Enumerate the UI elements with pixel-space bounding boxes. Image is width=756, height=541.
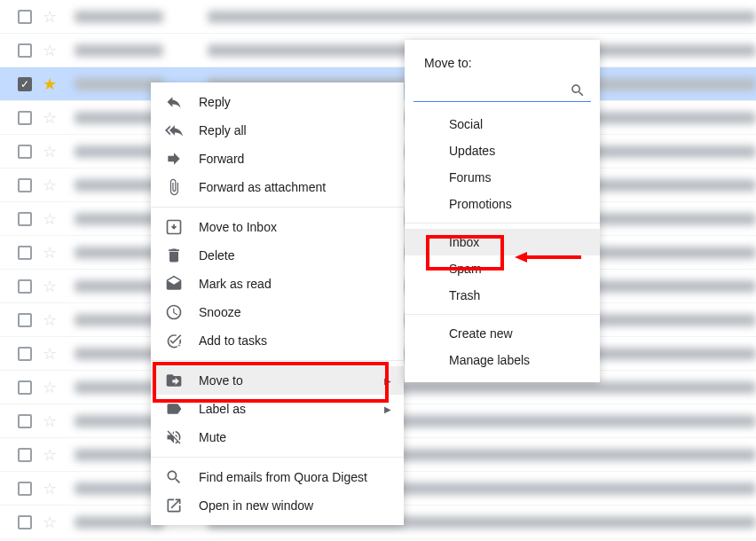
move-item-trash[interactable]: Trash [405,282,600,309]
chevron-right-icon: ▶ [384,376,391,386]
move-to-inbox-icon [165,218,183,236]
move-item-updates[interactable]: Updates [405,137,600,164]
mute-icon [165,428,183,446]
search-icon [165,468,183,486]
sender-text [75,247,163,259]
row-checkbox[interactable] [18,448,32,462]
sender-text [75,145,163,158]
star-icon[interactable]: ☆ [41,244,59,262]
row-checkbox[interactable] [18,482,32,496]
row-checkbox[interactable] [18,515,32,529]
move-item-manage-labels[interactable]: Manage labels [405,347,600,373]
star-icon[interactable]: ☆ [41,8,59,26]
delete-label: Delete [199,248,390,263]
sender-text [75,213,163,225]
add-to-tasks-icon: + [165,332,183,349]
row-checkbox[interactable] [18,145,32,159]
move-item-forums[interactable]: Forums [405,164,600,191]
star-icon[interactable]: ☆ [41,278,59,295]
reply-all-label: Reply all [199,123,390,137]
sender-text [75,44,163,57]
star-icon[interactable]: ☆ [41,176,59,194]
move-item-social[interactable]: Social [405,111,600,137]
move-separator [405,314,600,315]
label-icon [165,400,183,418]
row-checkbox[interactable] [18,111,32,125]
row-checkbox[interactable] [18,414,32,428]
add-to-tasks-label: Add to tasks [199,333,390,348]
reply-label: Reply [199,95,390,109]
star-icon[interactable]: ☆ [41,514,59,531]
star-icon[interactable]: ★ [41,75,59,93]
find-emails-label: Find emails from Quora Digest [199,470,390,484]
subject-text [208,11,756,23]
row-checkbox[interactable] [18,279,32,294]
row-checkbox[interactable]: ✓ [18,77,32,91]
label-as-menu-item[interactable]: Label as ▶ [151,395,404,423]
open-new-window-icon [165,497,183,514]
move-to-search-input[interactable] [413,79,591,102]
add-to-tasks-menu-item[interactable]: + Add to tasks [151,326,404,355]
row-checkbox[interactable] [18,313,32,327]
move-to-menu-item[interactable]: Move to ▶ [151,366,404,395]
email-row[interactable]: ☆ [0,0,756,34]
move-item-create-new[interactable]: Create new [405,320,600,347]
reply-icon [165,93,183,111]
sender-text [75,11,163,23]
sender-text [75,516,163,529]
snooze-icon [165,303,183,321]
move-to-label: Move to [199,373,390,388]
forward-icon [165,150,183,168]
sender-text [75,78,163,90]
move-item-inbox[interactable]: Inbox [405,229,600,255]
email-row[interactable]: ☆ [0,34,756,67]
row-checkbox[interactable] [18,347,32,361]
move-to-panel: Move to: Social Updates Forums Promotion… [405,40,600,382]
star-icon[interactable]: ☆ [41,42,59,59]
forward-attachment-menu-item[interactable]: Forward as attachment [151,173,404,201]
sender-text [75,449,163,461]
snooze-menu-item[interactable]: Snooze [151,298,404,326]
star-icon[interactable]: ☆ [41,345,59,363]
mute-menu-item[interactable]: Mute [151,423,404,451]
forward-attachment-label: Forward as attachment [199,180,390,194]
open-new-window-menu-item[interactable]: Open in new window [151,491,404,520]
star-icon[interactable]: ☆ [41,446,59,464]
mark-as-read-menu-item[interactable]: Mark as read [151,270,404,298]
star-icon[interactable]: ☆ [41,210,59,228]
delete-menu-item[interactable]: Delete [151,241,404,270]
sender-text [75,314,163,326]
star-icon[interactable]: ☆ [41,412,59,430]
row-checkbox[interactable] [18,43,32,58]
sender-text [75,482,163,495]
forward-menu-item[interactable]: Forward [151,145,404,173]
row-checkbox[interactable] [18,212,32,226]
move-separator [405,223,600,223]
star-icon[interactable]: ☆ [41,109,59,127]
reply-all-menu-item[interactable]: Reply all [151,116,404,145]
star-icon[interactable]: ☆ [41,143,59,161]
move-to-inbox-menu-item[interactable]: Move to Inbox [151,213,404,241]
move-to-inbox-label: Move to Inbox [199,220,390,234]
sender-text [75,381,163,394]
chevron-right-icon: ▶ [384,404,391,414]
move-item-spam[interactable]: Spam [405,255,600,282]
star-icon[interactable]: ☆ [41,311,59,329]
menu-separator [151,207,404,208]
star-icon[interactable]: ☆ [41,379,59,396]
context-menu: Reply Reply all Forward Forward as attac… [151,82,404,525]
sender-text [75,179,163,192]
find-emails-menu-item[interactable]: Find emails from Quora Digest [151,463,404,491]
reply-menu-item[interactable]: Reply [151,88,404,116]
menu-separator [151,360,404,361]
label-as-label: Label as [199,402,390,416]
move-item-promotions[interactable]: Promotions [405,191,600,217]
star-icon[interactable]: ☆ [41,480,59,498]
row-checkbox[interactable] [18,178,32,192]
row-checkbox[interactable] [18,10,32,24]
snooze-label: Snooze [199,305,390,319]
sender-text [75,348,163,360]
mark-as-read-icon [165,275,183,293]
row-checkbox[interactable] [18,246,32,260]
row-checkbox[interactable] [18,380,32,395]
